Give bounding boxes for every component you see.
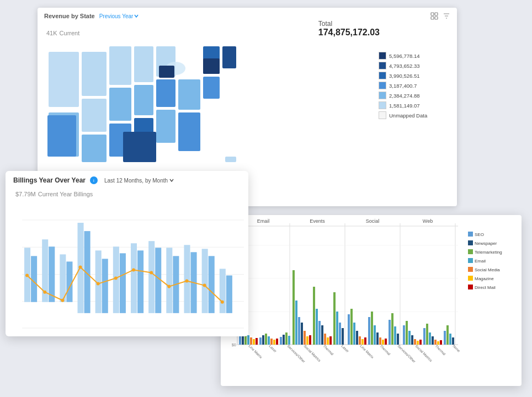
legend-item-unmapped: Unmapped Data <box>379 111 450 119</box>
svg-rect-116 <box>306 336 308 345</box>
map-toolbar <box>430 12 450 20</box>
svg-rect-20 <box>156 110 175 143</box>
svg-rect-161 <box>444 331 446 345</box>
svg-rect-113 <box>298 317 300 345</box>
svg-rect-100 <box>259 337 262 345</box>
billings-title: Billings Year Over Year <box>13 176 86 184</box>
svg-rect-93 <box>239 336 241 345</box>
svg-rect-46 <box>66 261 72 302</box>
map-legend: 5,596,778.14 4,793,652.33 3,990,526.51 3… <box>379 52 450 121</box>
svg-rect-63 <box>220 269 226 313</box>
svg-rect-96 <box>247 335 249 345</box>
svg-text:Telemarketing: Telemarketing <box>475 250 502 255</box>
svg-rect-157 <box>432 336 434 345</box>
svg-rect-112 <box>295 301 297 345</box>
svg-rect-119 <box>316 309 318 345</box>
svg-rect-31 <box>225 157 236 162</box>
svg-rect-136 <box>368 317 370 345</box>
svg-rect-30 <box>203 58 220 74</box>
svg-rect-50 <box>102 259 108 313</box>
svg-rect-27 <box>159 66 174 78</box>
svg-rect-148 <box>406 321 408 345</box>
svg-rect-120 <box>318 321 321 345</box>
svg-rect-15 <box>134 46 153 82</box>
svg-rect-164 <box>452 337 454 345</box>
svg-rect-122 <box>324 334 326 345</box>
svg-rect-146 <box>397 334 399 345</box>
svg-rect-187 <box>468 276 473 281</box>
svg-rect-125 <box>333 292 336 345</box>
svg-rect-99 <box>256 338 258 345</box>
billings-chart: $2M $1.5M $1M $500K <box>22 219 244 329</box>
svg-point-69 <box>97 282 100 286</box>
grid-icon[interactable] <box>430 12 438 20</box>
svg-rect-61 <box>202 249 208 313</box>
svg-point-70 <box>114 277 118 280</box>
svg-rect-13 <box>109 88 131 121</box>
svg-point-76 <box>221 301 224 304</box>
svg-rect-107 <box>280 337 282 345</box>
svg-rect-11 <box>82 135 107 162</box>
svg-rect-105 <box>273 340 275 345</box>
svg-rect-2 <box>431 17 434 19</box>
svg-rect-154 <box>423 328 425 345</box>
map-filter[interactable]: Previous Year <box>99 13 139 19</box>
svg-rect-123 <box>327 337 329 345</box>
svg-text:Email: Email <box>257 218 270 224</box>
svg-rect-54 <box>137 250 143 313</box>
svg-text:Line Matrix: Line Matrix <box>248 344 263 360</box>
svg-rect-115 <box>304 331 306 345</box>
svg-rect-156 <box>429 332 431 345</box>
svg-rect-158 <box>434 340 437 345</box>
svg-rect-111 <box>292 270 295 345</box>
svg-rect-130 <box>350 309 353 345</box>
svg-rect-1 <box>435 13 438 15</box>
svg-rect-108 <box>283 335 285 345</box>
svg-rect-7 <box>49 52 79 107</box>
svg-text:Magazine: Magazine <box>475 276 494 281</box>
billings-stat: $7.79MCurrent Year Billings <box>6 186 248 201</box>
svg-rect-98 <box>253 339 255 345</box>
svg-rect-179 <box>468 240 473 245</box>
svg-rect-102 <box>265 334 267 345</box>
map-card-header: Revenue by State Previous Year <box>38 8 457 21</box>
svg-rect-110 <box>288 336 290 345</box>
legend-swatch-4 <box>379 82 386 89</box>
svg-rect-64 <box>226 276 232 313</box>
legend-item-4: 3,187,400.7 <box>379 82 450 89</box>
svg-rect-131 <box>353 323 355 345</box>
svg-rect-103 <box>268 336 270 345</box>
svg-rect-52 <box>120 253 126 313</box>
svg-rect-135 <box>364 337 366 345</box>
svg-text:None: None <box>452 344 461 353</box>
svg-rect-162 <box>446 325 449 345</box>
svg-rect-129 <box>348 314 350 345</box>
svg-text:Thermal: Thermal <box>434 344 446 356</box>
svg-rect-57 <box>166 248 172 313</box>
svg-text:Thermal: Thermal <box>379 344 391 356</box>
svg-rect-25 <box>222 46 236 68</box>
filter-icon[interactable] <box>443 12 450 20</box>
billings-card: Billings Year Over Year i Last 12 Months… <box>6 171 248 336</box>
svg-rect-147 <box>403 325 405 345</box>
svg-rect-149 <box>408 331 411 345</box>
svg-text:Social: Social <box>366 218 380 224</box>
svg-rect-189 <box>468 285 473 289</box>
svg-rect-150 <box>411 335 413 345</box>
svg-rect-144 <box>391 313 393 345</box>
svg-rect-53 <box>131 243 137 313</box>
svg-rect-143 <box>389 320 391 345</box>
svg-point-66 <box>43 291 46 294</box>
svg-rect-126 <box>336 312 338 345</box>
svg-rect-127 <box>339 323 341 345</box>
legend-swatch-unmapped <box>379 111 386 119</box>
svg-rect-51 <box>113 246 119 313</box>
svg-rect-128 <box>342 328 344 345</box>
billings-header: Billings Year Over Year i Last 12 Months… <box>6 171 248 186</box>
svg-rect-133 <box>359 336 361 345</box>
svg-rect-140 <box>379 337 381 345</box>
svg-rect-114 <box>301 323 303 345</box>
billings-filter[interactable]: Last 12 Months, by Month <box>104 178 174 184</box>
svg-rect-62 <box>209 256 215 313</box>
svg-rect-185 <box>468 267 473 272</box>
